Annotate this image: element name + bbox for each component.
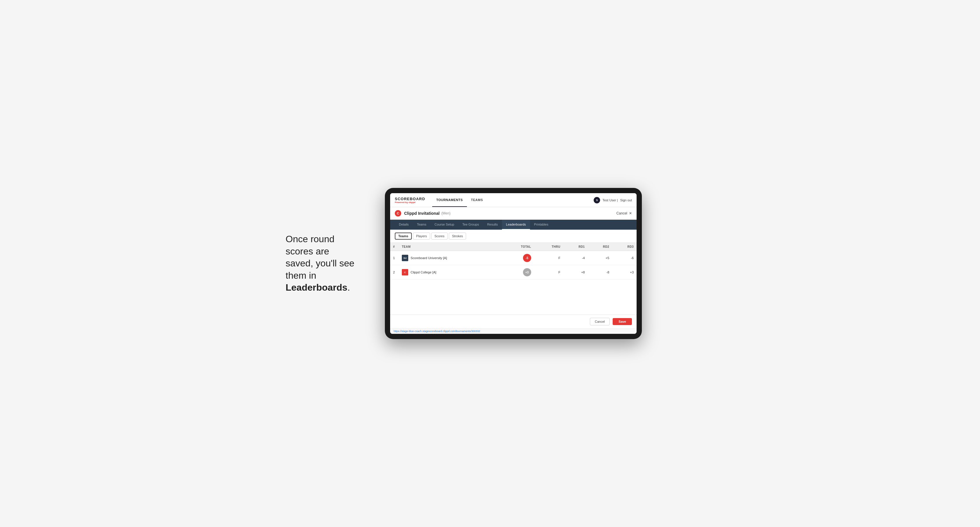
row2-team: C Clippd College [A] [399, 265, 502, 279]
tab-tee-groups[interactable]: Tee Groups [458, 220, 483, 230]
desc-line3: saved, you'll see [286, 258, 355, 268]
tab-course-setup[interactable]: Course Setup [430, 220, 458, 230]
tab-printables[interactable]: Printables [530, 220, 552, 230]
row2-rd1: +8 [563, 265, 588, 279]
filter-strokes[interactable]: Strokes [449, 233, 466, 240]
filter-teams[interactable]: Teams [395, 233, 412, 240]
footer-bar: Cancel Save [390, 314, 636, 328]
table-spacer [390, 279, 636, 314]
save-button[interactable]: Save [612, 318, 632, 325]
table-row: 2 C Clippd College [A] +3 F +8 -8 [390, 265, 636, 279]
row2-total: +3 [502, 265, 534, 279]
tournament-header: C Clippd Invitational (Men) Cancel ✕ [390, 207, 636, 220]
row1-rank: 1 [390, 251, 399, 265]
row1-rd1: -4 [563, 251, 588, 265]
nav-teams[interactable]: TEAMS [467, 193, 487, 207]
left-description: Once round scores are saved, you'll see … [286, 233, 368, 294]
table-header: # TEAM TOTAL THRU RD1 RD2 RD3 [390, 243, 636, 251]
filter-players[interactable]: Players [413, 233, 430, 240]
desc-line1: Once round [286, 234, 334, 244]
tabs-bar: Details Teams Course Setup Tee Groups Re… [390, 220, 636, 230]
page-wrapper: Once round scores are saved, you'll see … [286, 188, 694, 339]
tablet: SCOREBOARD Powered by clippd TOURNAMENTS… [385, 188, 642, 339]
desc-line5-bold: Leaderboards [286, 282, 347, 293]
desc-line4: them in [286, 270, 316, 281]
cancel-button[interactable]: Cancel [590, 318, 610, 325]
table-row: 1 SU Scoreboard University [A] -5 F -4 [390, 251, 636, 265]
tournament-type: (Men) [441, 211, 450, 215]
desc-line5-end: . [347, 282, 350, 293]
tab-details[interactable]: Details [395, 220, 413, 230]
tablet-screen: SCOREBOARD Powered by clippd TOURNAMENTS… [390, 193, 636, 334]
tab-teams[interactable]: Teams [413, 220, 430, 230]
user-avatar: S [593, 197, 600, 203]
row2-rd3: +3 [612, 265, 636, 279]
row2-logo: C [402, 269, 408, 275]
nav-bar: SCOREBOARD Powered by clippd TOURNAMENTS… [390, 193, 636, 207]
tab-results[interactable]: Results [483, 220, 502, 230]
filter-scores[interactable]: Scores [431, 233, 448, 240]
nav-tournaments[interactable]: TOURNAMENTS [432, 193, 467, 207]
nav-links: TOURNAMENTS TEAMS [432, 193, 487, 207]
sign-out-link[interactable]: Sign out [620, 198, 632, 202]
row2-score-badge: +3 [523, 268, 531, 276]
user-name: Test User | [603, 198, 617, 202]
col-rank: # [390, 243, 399, 251]
col-rd2: RD2 [588, 243, 612, 251]
row1-rd2: +5 [588, 251, 612, 265]
col-team: TEAM [399, 243, 502, 251]
logo-title: SCOREBOARD [395, 197, 425, 201]
tournament-name: Clippd Invitational [404, 211, 439, 216]
logo-area: SCOREBOARD Powered by clippd [395, 197, 425, 204]
row1-team: SU Scoreboard University [A] [399, 251, 502, 265]
logo-subtitle: Powered by clippd [395, 201, 425, 204]
row1-rd3: -6 [612, 251, 636, 265]
row1-thru: F [534, 251, 563, 265]
row2-team-name: Clippd College [A] [410, 270, 436, 274]
col-total: TOTAL [502, 243, 534, 251]
row1-total: -5 [502, 251, 534, 265]
col-thru: THRU [534, 243, 563, 251]
row1-team-name: Scoreboard University [A] [410, 256, 447, 260]
col-rd1: RD1 [563, 243, 588, 251]
col-rd3: RD3 [612, 243, 636, 251]
url-text: https://stage-blue-coach.stagescoreboard… [394, 330, 480, 333]
row2-thru: F [534, 265, 563, 279]
url-bar: https://stage-blue-coach.stagescoreboard… [390, 328, 636, 334]
row1-score-badge: -5 [523, 254, 531, 262]
desc-line2: scores are [286, 246, 329, 257]
row1-logo: SU [402, 255, 408, 261]
row2-rd2: -8 [588, 265, 612, 279]
nav-right: S Test User | Sign out [593, 197, 632, 203]
tournament-icon: C [395, 210, 401, 216]
sub-filters: Teams Players Scores Strokes [390, 230, 636, 243]
row2-rank: 2 [390, 265, 399, 279]
tab-leaderboards[interactable]: Leaderboards [502, 220, 530, 230]
leaderboard-table: # TEAM TOTAL THRU RD1 RD2 RD3 1 [390, 243, 636, 279]
cancel-top-button[interactable]: Cancel ✕ [616, 211, 632, 215]
